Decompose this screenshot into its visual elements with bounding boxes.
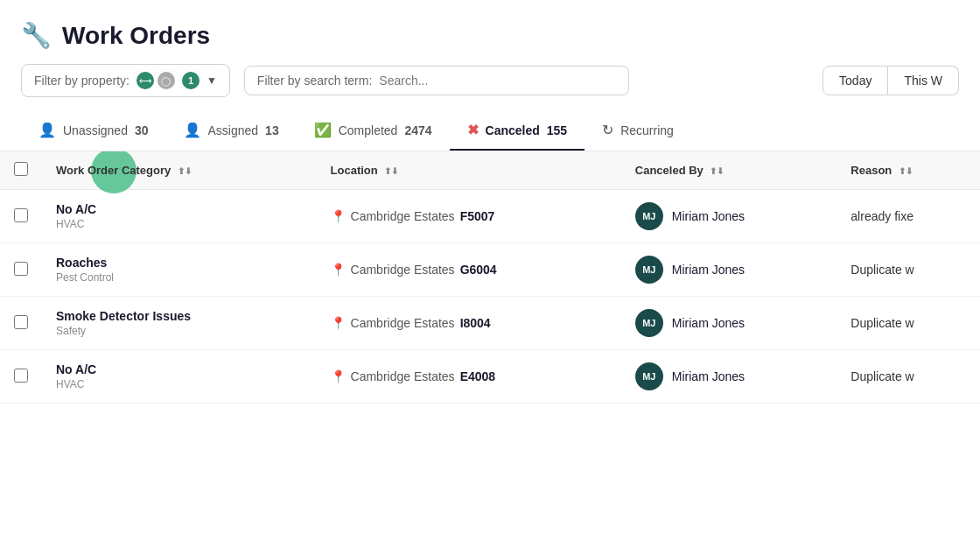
row-checkbox-cell — [0, 190, 42, 243]
reason-text: Duplicate w — [850, 369, 914, 383]
sort-icon-canceled-by: ⬆⬇ — [710, 166, 724, 176]
unassigned-icon: 👤 — [38, 122, 56, 138]
assignee-name: Miriam Jones — [672, 263, 745, 277]
row-location-cell: 📍 Cambridge EstatesG6004 — [317, 243, 621, 297]
filter-search-label: Filter by search term: — [257, 74, 372, 88]
table-header-row: Work Order Category ⬆⬇ Location ⬆⬇ Cance… — [0, 151, 980, 190]
row-location-cell: 📍 Cambridge EstatesF5007 — [317, 190, 621, 243]
location-name: Cambridge Estates — [351, 369, 455, 383]
col-reason-label: Reason — [850, 164, 892, 177]
col-location-label: Location — [331, 164, 378, 177]
col-location[interactable]: Location ⬆⬇ — [317, 151, 621, 190]
chevron-down-icon: ▼ — [206, 74, 217, 87]
unassigned-label: Unassigned — [63, 123, 128, 137]
status-tabs: 👤 Unassigned 30 👤 Assigned 13 ✅ Complete… — [0, 111, 980, 151]
work-orders-icon: 🔧 — [21, 21, 52, 50]
unassigned-count: 30 — [135, 123, 149, 137]
row-work-order-cell: Smoke Detector Issues Safety — [42, 297, 317, 350]
location-pin-icon: 📍 — [331, 209, 346, 223]
assigned-icon: 👤 — [184, 122, 201, 138]
row-reason-cell: Duplicate w — [836, 243, 980, 297]
col-work-order-category[interactable]: Work Order Category ⬆⬇ — [42, 151, 317, 190]
col-work-order-category-label: Work Order Category — [56, 164, 171, 177]
completed-icon: ✅ — [314, 122, 332, 138]
select-all-checkbox[interactable] — [0, 151, 42, 190]
reason-text: Duplicate w — [850, 316, 914, 330]
sort-icon-category: ⬆⬇ — [178, 166, 192, 176]
row-canceled-by-cell: MJ Miriam Jones — [621, 190, 837, 243]
row-checkbox-cell — [0, 350, 42, 404]
row-canceled-by-cell: MJ Miriam Jones — [621, 350, 837, 404]
location-name: Cambridge Estates — [351, 209, 455, 223]
row-work-order-cell: Roaches Pest Control — [42, 243, 317, 297]
row-reason-cell: Duplicate w — [836, 297, 980, 350]
filter-icon-gray: ◯ — [158, 72, 175, 89]
data-table: Work Order Category ⬆⬇ Location ⬆⬇ Cance… — [0, 151, 980, 404]
tab-assigned[interactable]: 👤 Assigned 13 — [166, 111, 297, 151]
row-canceled-by-cell: MJ Miriam Jones — [621, 243, 837, 297]
tab-canceled[interactable]: ✖ Canceled 155 — [450, 111, 585, 151]
row-checkbox[interactable] — [14, 315, 28, 329]
row-canceled-by-cell: MJ Miriam Jones — [621, 297, 837, 350]
canceled-icon: ✖ — [467, 122, 479, 138]
work-order-title: Roaches — [56, 256, 303, 270]
row-work-order-cell: No A/C HVAC — [42, 350, 317, 404]
toolbar: Filter by property: ⟷ ◯ 1 ▼ Filter by se… — [0, 64, 980, 111]
row-work-order-cell: No A/C HVAC — [42, 190, 317, 243]
col-canceled-by[interactable]: Canceled By ⬆⬇ — [621, 151, 837, 190]
filter-property-button[interactable]: Filter by property: ⟷ ◯ 1 ▼ — [21, 64, 230, 97]
filter-icon-green: ⟷ — [136, 72, 154, 89]
avatar: MJ — [635, 256, 663, 284]
col-reason[interactable]: Reason ⬆⬇ — [836, 151, 980, 190]
location-id: G6004 — [460, 263, 497, 277]
this-week-button[interactable]: This W — [888, 66, 959, 95]
recurring-label: Recurring — [620, 123, 674, 137]
location-pin-icon: 📍 — [331, 369, 346, 383]
location-name: Cambridge Estates — [351, 263, 455, 277]
reason-text: already fixe — [850, 209, 914, 223]
filter-property-label: Filter by property: — [34, 74, 130, 88]
row-checkbox-cell — [0, 297, 42, 350]
tab-unassigned[interactable]: 👤 Unassigned 30 — [21, 111, 166, 151]
sort-icon-reason: ⬆⬇ — [899, 166, 913, 176]
completed-count: 2474 — [404, 123, 431, 137]
sort-icon-location: ⬆⬇ — [384, 166, 398, 176]
table-row: Smoke Detector Issues Safety 📍 Cambridge… — [0, 297, 980, 350]
assignee-name: Miriam Jones — [672, 209, 745, 223]
row-checkbox-cell — [0, 243, 42, 297]
completed-label: Completed — [339, 123, 398, 137]
avatar: MJ — [635, 309, 663, 337]
location-pin-icon: 📍 — [331, 263, 346, 277]
tab-completed[interactable]: ✅ Completed 2474 — [297, 111, 450, 151]
work-order-category: HVAC — [56, 218, 303, 230]
table-row: No A/C HVAC 📍 Cambridge EstatesE4008 MJ … — [0, 350, 980, 404]
tab-recurring[interactable]: ↻ Recurring — [584, 111, 691, 151]
page-header: 🔧 Work Orders — [0, 0, 980, 64]
location-id: I8004 — [460, 316, 491, 330]
avatar: MJ — [635, 202, 663, 230]
search-input[interactable] — [379, 74, 616, 88]
canceled-count: 155 — [547, 123, 567, 137]
row-reason-cell: already fixe — [836, 190, 980, 243]
canceled-label: Canceled — [486, 123, 540, 137]
assigned-label: Assigned — [208, 123, 259, 137]
row-checkbox[interactable] — [14, 262, 28, 276]
today-button[interactable]: Today — [822, 66, 888, 95]
work-order-category: Pest Control — [56, 271, 303, 284]
table-container: Work Order Category ⬆⬇ Location ⬆⬇ Cance… — [0, 151, 980, 404]
row-checkbox[interactable] — [14, 208, 28, 222]
row-checkbox[interactable] — [14, 369, 28, 383]
col-canceled-by-label: Canceled By — [635, 164, 704, 177]
location-name: Cambridge Estates — [351, 316, 455, 330]
avatar: MJ — [635, 362, 663, 390]
table-row: Roaches Pest Control 📍 Cambridge Estates… — [0, 243, 980, 297]
row-location-cell: 📍 Cambridge EstatesI8004 — [317, 297, 621, 350]
assigned-count: 13 — [265, 123, 279, 137]
location-pin-icon: 📍 — [331, 316, 346, 330]
row-reason-cell: Duplicate w — [836, 350, 980, 404]
page-title: Work Orders — [62, 22, 210, 50]
work-order-title: No A/C — [56, 362, 303, 376]
recurring-icon: ↻ — [602, 122, 613, 138]
work-order-title: No A/C — [56, 202, 303, 216]
filter-search-container: Filter by search term: — [244, 66, 629, 95]
